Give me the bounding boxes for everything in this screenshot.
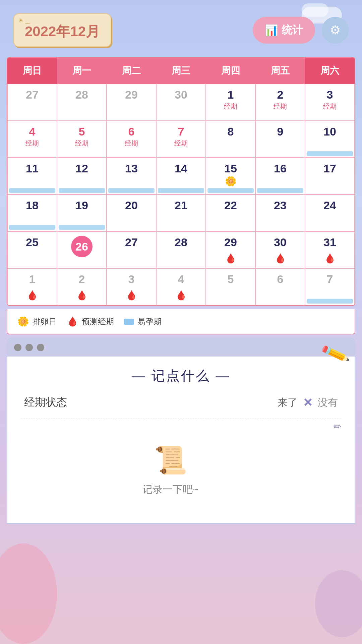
day-cell[interactable]: 12: [57, 158, 107, 195]
day-cell[interactable]: 2🩸: [57, 268, 107, 305]
day-cell[interactable]: 22: [206, 195, 255, 231]
day-header-mon: 周一: [57, 58, 107, 84]
legend-ovulation-label: 排卵日: [33, 316, 57, 327]
day-cell[interactable]: 29🩸: [206, 231, 255, 268]
calendar: 周日 周一 周二 周三 周四 周五 周六 27 28 29 30 1经期 2经期…: [7, 57, 355, 306]
day-cell[interactable]: 10: [305, 121, 355, 158]
day-cell[interactable]: 5: [206, 268, 255, 305]
predicted-period-icon: 🩸: [26, 290, 38, 301]
week-2: 4经期 5经期 6经期 7经期 8 9 10: [7, 121, 355, 158]
day-cell[interactable]: 19: [57, 195, 107, 231]
calendar-legend: 🌼 排卵日 🩸 预测经期 易孕期: [7, 309, 355, 334]
notes-prompt: 记录一下吧~: [142, 483, 199, 496]
predicted-period-icon: 🩸: [175, 290, 187, 301]
day-cell[interactable]: 5经期: [57, 121, 107, 158]
fertile-bar: [207, 188, 254, 193]
day-cell[interactable]: 31🩸: [305, 231, 355, 268]
day-cell[interactable]: 23: [255, 195, 305, 231]
window-dot-3: [37, 344, 44, 351]
ovulation-icon: 🌼: [225, 176, 237, 187]
legend-fertile-label: 易孕期: [137, 316, 162, 327]
settings-icon: ⚙: [330, 23, 341, 37]
today-indicator[interactable]: 26: [71, 236, 93, 257]
stats-icon: 📊: [265, 24, 278, 37]
day-cell[interactable]: 3🩸: [107, 268, 156, 305]
day-cell[interactable]: 27: [107, 231, 156, 268]
fertile-bar: [108, 188, 155, 193]
day-cell[interactable]: 20: [107, 195, 156, 231]
notes-divider: [21, 419, 341, 419]
day-cell[interactable]: 18: [7, 195, 57, 231]
day-header-fri: 周五: [255, 58, 305, 84]
day-cell[interactable]: 8: [206, 121, 255, 158]
fertile-bar: [158, 188, 204, 193]
fertile-bar: [257, 188, 303, 193]
day-cell[interactable]: 26: [57, 231, 107, 268]
day-cell[interactable]: 15🌼: [206, 158, 255, 195]
legend-fertile: 易孕期: [124, 316, 162, 327]
week-4: 18 19 20 21 22 23 24: [7, 195, 355, 231]
day-cell[interactable]: 4经期: [7, 121, 57, 158]
fertile-bar: [59, 225, 105, 230]
period-status-row: 经期状态 来了 ✕ 没有: [7, 392, 355, 413]
predicted-period-icon: 🩸: [126, 290, 137, 301]
fertile-bar: [9, 225, 55, 230]
month-card[interactable]: 2022年12月: [13, 13, 111, 47]
notes-title-text: 记点什么: [152, 368, 210, 383]
day-header-sun: 周日: [7, 58, 57, 84]
stats-label: 统计: [282, 23, 303, 38]
calendar-header: 周日 周一 周二 周三 周四 周五 周六: [7, 58, 355, 84]
window-dot-2: [25, 344, 33, 351]
week-1: 27 28 29 30 1经期 2经期 3经期: [7, 84, 355, 121]
legend-sunflower-icon: 🌼: [17, 316, 29, 327]
notes-section: ✏️ — 记点什么 — 经期状态 来了 ✕ 没有 ✏ 📜 记录一下吧~: [7, 338, 355, 524]
predicted-period-icon: 🩸: [275, 253, 286, 264]
day-header-thu: 周四: [206, 58, 255, 84]
period-status-label: 经期状态: [24, 395, 67, 410]
title-dash-right: —: [216, 368, 230, 383]
month-title: 2022年12月: [25, 22, 100, 41]
week-6: 1🩸 2🩸 3🩸 4🩸 5 6 7: [7, 268, 355, 305]
day-cell[interactable]: 2经期: [255, 84, 305, 121]
day-cell[interactable]: 1🩸: [7, 268, 57, 305]
day-cell[interactable]: 6: [255, 268, 305, 305]
day-cell[interactable]: 16: [255, 158, 305, 195]
day-cell[interactable]: 25: [7, 231, 57, 268]
day-cell[interactable]: 21: [156, 195, 206, 231]
week-5: 25 26 27 28 29🩸 30🩸 31🩸: [7, 231, 355, 268]
legend-ovulation: 🌼 排卵日: [17, 316, 57, 327]
title-dash-left: —: [132, 368, 152, 383]
no-label[interactable]: 没有: [318, 396, 338, 410]
day-cell[interactable]: 7: [305, 268, 355, 305]
day-cell[interactable]: 1经期: [206, 84, 255, 121]
day-cell[interactable]: 27: [7, 84, 57, 121]
day-cell[interactable]: 13: [107, 158, 156, 195]
day-header-wed: 周三: [156, 58, 206, 84]
day-cell[interactable]: 30🩸: [255, 231, 305, 268]
notes-empty-state: 📜 记录一下吧~: [7, 424, 334, 523]
came-label[interactable]: 来了: [278, 396, 298, 410]
week-3: 11 12 13 14 15🌼 16 17: [7, 158, 355, 195]
day-cell[interactable]: 30: [156, 84, 206, 121]
day-cell[interactable]: 24: [305, 195, 355, 231]
notes-header-bar: [7, 338, 355, 357]
day-cell[interactable]: 11: [7, 158, 57, 195]
x-icon[interactable]: ✕: [303, 396, 312, 409]
day-cell[interactable]: 4🩸: [156, 268, 206, 305]
pencil-small-icon: ✏: [334, 421, 341, 432]
day-cell[interactable]: 29: [107, 84, 156, 121]
day-cell[interactable]: 3经期: [305, 84, 355, 121]
day-cell[interactable]: 17: [305, 158, 355, 195]
day-cell[interactable]: 6经期: [107, 121, 156, 158]
day-cell[interactable]: 28: [156, 231, 206, 268]
day-cell[interactable]: 9: [255, 121, 305, 158]
day-cell[interactable]: 14: [156, 158, 206, 195]
legend-fertile-box: [124, 319, 134, 325]
notes-title: — 记点什么 —: [7, 357, 355, 392]
fertile-bar: [307, 299, 353, 304]
day-cell[interactable]: 28: [57, 84, 107, 121]
stats-button[interactable]: 📊 统计: [253, 17, 315, 44]
day-cell[interactable]: 7经期: [156, 121, 206, 158]
window-dot-1: [14, 344, 21, 351]
settings-button[interactable]: ⚙: [322, 17, 349, 44]
